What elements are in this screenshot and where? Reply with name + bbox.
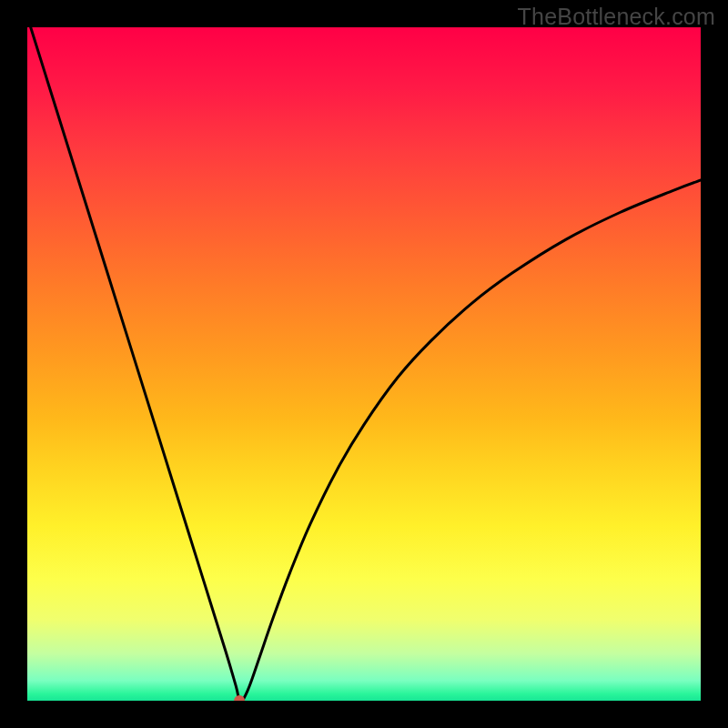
chart-frame: TheBottleneck.com [0, 0, 728, 728]
bottleneck-curve [31, 27, 701, 701]
plot-area [27, 27, 701, 701]
watermark-text: TheBottleneck.com [518, 4, 715, 30]
minimum-marker [234, 695, 245, 701]
curve-layer [27, 27, 701, 701]
